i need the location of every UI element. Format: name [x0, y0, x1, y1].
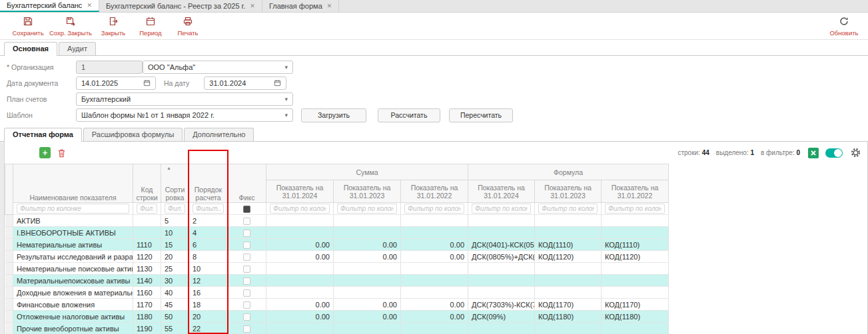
cell-formula[interactable]: КОД(1170) — [535, 299, 602, 311]
cell-order[interactable]: 4 — [189, 227, 228, 239]
cell-sum[interactable] — [334, 263, 401, 275]
tab-osnovnaya[interactable]: Основная — [4, 42, 57, 56]
close-icon[interactable]: ✕ — [327, 3, 332, 9]
filter-input-code[interactable] — [137, 204, 157, 214]
cell-sum[interactable]: 0.00 — [401, 299, 468, 311]
cell-formula[interactable] — [535, 215, 602, 227]
cell-formula[interactable] — [602, 215, 669, 227]
cell-sum[interactable]: 0.00 — [266, 311, 334, 323]
cell-order[interactable]: 12 — [189, 275, 228, 287]
cell-formula[interactable] — [602, 227, 669, 239]
cell-name[interactable]: Отложенные налоговые активы — [13, 311, 133, 323]
table-row[interactable]: АКТИВ52 — [5, 215, 669, 227]
filter-input-sort[interactable] — [165, 204, 185, 214]
cell-code[interactable]: 1180 — [133, 311, 161, 323]
fix-checkbox[interactable] — [243, 301, 250, 309]
table-row[interactable]: I.ВНЕОБОРОТНЫЕ АКТИВЫ104 — [5, 227, 669, 239]
export-excel-button[interactable] — [808, 148, 819, 158]
cell-formula[interactable] — [468, 287, 535, 299]
row-gutter[interactable] — [5, 323, 13, 334]
cell-sum[interactable] — [266, 323, 334, 334]
column-header-sum-2022[interactable]: Показатель на 31.01.2022 — [401, 180, 468, 203]
cell-code[interactable]: 1130 — [133, 263, 161, 275]
cell-formula[interactable] — [535, 323, 602, 334]
table-row[interactable]: Финансовые вложения117045180.000.000.00Д… — [5, 299, 669, 311]
cell-sum[interactable] — [266, 263, 334, 275]
refresh-button[interactable]: Обновить — [825, 15, 863, 38]
cell-sort[interactable]: 15 — [161, 239, 189, 251]
cell-sort[interactable]: 40 — [161, 287, 189, 299]
tab-additional[interactable]: Дополнительно — [184, 128, 254, 141]
cell-sum[interactable] — [401, 275, 468, 287]
cell-sum[interactable]: 0.00 — [266, 239, 334, 251]
close-icon[interactable]: ✕ — [87, 2, 92, 9]
cell-code[interactable]: 1110 — [133, 239, 161, 251]
cell-order[interactable]: 10 — [189, 263, 228, 275]
cell-formula[interactable]: КОД(1110) — [535, 239, 602, 251]
cell-fix[interactable] — [228, 311, 266, 323]
cell-formula[interactable]: КОД(1180) — [602, 311, 669, 323]
fix-checkbox[interactable] — [243, 218, 250, 225]
cell-name[interactable]: I.ВНЕОБОРОТНЫЕ АКТИВЫ — [13, 227, 133, 239]
cell-formula[interactable]: ДСК(7303%)-КСК(73... — [468, 299, 535, 311]
cell-sum[interactable] — [334, 323, 401, 334]
cell-order[interactable]: 18 — [189, 299, 228, 311]
period-button[interactable]: Период — [132, 15, 169, 38]
cell-code[interactable]: 1170 — [133, 299, 161, 311]
row-gutter[interactable] — [5, 275, 13, 287]
cell-formula[interactable] — [602, 263, 669, 275]
fix-checkbox[interactable] — [243, 277, 250, 285]
close-button[interactable]: Закрыть — [95, 15, 132, 38]
cell-formula[interactable] — [535, 263, 602, 275]
fix-filter-checkbox[interactable] — [243, 206, 250, 213]
filter-input-sum-2023[interactable] — [337, 204, 397, 214]
fix-checkbox[interactable] — [243, 265, 250, 273]
cell-sum[interactable] — [266, 215, 334, 227]
cell-fix[interactable] — [228, 215, 266, 227]
row-gutter[interactable] — [5, 239, 13, 251]
filter-input-sum-2022[interactable] — [404, 204, 464, 214]
fix-checkbox[interactable] — [243, 289, 250, 297]
delete-row-button[interactable] — [57, 148, 67, 158]
filter-input-sum-2024[interactable] — [270, 204, 330, 214]
cell-name[interactable]: Нематериальные поисковые активы — [13, 263, 133, 275]
cell-sort[interactable]: 20 — [161, 251, 189, 263]
column-header-code[interactable]: Код строки — [133, 164, 161, 203]
cell-name[interactable]: Финансовые вложения — [13, 299, 133, 311]
cell-sum[interactable] — [401, 323, 468, 334]
load-button[interactable]: Загрузить — [301, 108, 366, 122]
cell-name[interactable]: Нематериальные активы — [13, 239, 133, 251]
cell-sort[interactable]: 10 — [161, 227, 189, 239]
row-gutter[interactable] — [5, 299, 13, 311]
cell-formula[interactable] — [602, 323, 669, 334]
row-gutter[interactable] — [5, 287, 13, 299]
window-tab-registry[interactable]: Бухгалтерский баланс - Реестр за 2025 г.… — [99, 0, 262, 12]
cell-sum[interactable]: 0.00 — [334, 239, 401, 251]
column-header-formula-2022[interactable]: Показатель на 31.01.2022 — [602, 180, 669, 203]
filter-input-order[interactable] — [193, 204, 224, 214]
chart-of-accounts-select[interactable]: Бухгалтерский ▾ — [76, 92, 293, 106]
save-close-button[interactable]: Сохр. Закрыть — [47, 15, 95, 38]
cell-name[interactable]: Результаты исследований и разработок — [13, 251, 133, 263]
column-header-order[interactable]: Порядок расчета — [189, 164, 228, 203]
cell-fix[interactable] — [228, 299, 266, 311]
cell-sort[interactable]: 5 — [161, 215, 189, 227]
window-tab-main-form[interactable]: Главная форма ✕ — [262, 0, 339, 12]
cell-formula[interactable] — [535, 227, 602, 239]
cell-code[interactable] — [133, 227, 161, 239]
cell-sum[interactable] — [334, 215, 401, 227]
cell-sum[interactable] — [334, 227, 401, 239]
cell-formula[interactable] — [602, 275, 669, 287]
window-tab-balance[interactable]: Бухгалтерский баланс ✕ — [0, 0, 99, 12]
cell-sum[interactable] — [401, 263, 468, 275]
recalculate-button[interactable]: Пересчитать — [449, 108, 513, 122]
cell-sort[interactable]: 55 — [161, 323, 189, 334]
save-button[interactable]: Сохранить — [9, 15, 47, 38]
cell-sum[interactable]: 0.00 — [334, 311, 401, 323]
cell-formula[interactable]: КОД(1120) — [535, 251, 602, 263]
table-row[interactable]: Нематериальные активы11101560.000.000.00… — [5, 239, 669, 251]
doc-date-field[interactable]: 14.01.2025 — [76, 77, 156, 90]
cell-code[interactable]: 1190 — [133, 323, 161, 334]
cell-formula[interactable]: КОД(1170) — [602, 299, 669, 311]
calculate-button[interactable]: Рассчитать — [378, 108, 440, 122]
